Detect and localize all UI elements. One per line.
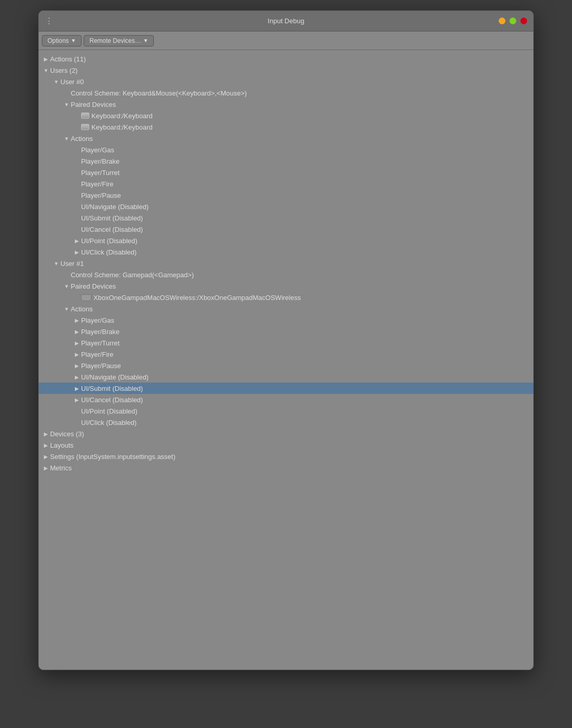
toggle-user0-turret[interactable]	[73, 168, 81, 177]
tree-item-users-root[interactable]: ▼Users (2)	[39, 65, 533, 76]
toggle-user0-click[interactable]: ▶	[73, 248, 81, 256]
tree-item-user0-cancel[interactable]: UI/Cancel (Disabled)	[39, 224, 533, 235]
label-user1-navigate: UI/Navigate (Disabled)	[81, 373, 149, 381]
toggle-user1-cancel[interactable]: ▶	[73, 395, 81, 404]
toggle-user1-paired[interactable]: ▼	[62, 282, 71, 290]
tree-item-actions-root[interactable]: ▶Actions (11)	[39, 53, 533, 65]
toggle-user0-brake[interactable]	[73, 157, 81, 165]
label-user1-pause: Player/Pause	[81, 362, 121, 370]
toggle-user1-submit[interactable]: ▶	[73, 384, 81, 392]
tree-item-user0-turret[interactable]: Player/Turret	[39, 167, 533, 178]
label-user1-gamepad: XboxOneGampadMacOSWireless:/XboxOneGampa…	[93, 294, 301, 302]
toggle-user0-gas[interactable]	[73, 146, 81, 154]
tree-item-user1-navigate[interactable]: ▶UI/Navigate (Disabled)	[39, 371, 533, 383]
label-metrics-root: Metrics	[50, 464, 72, 472]
label-user0-actions: Actions	[71, 135, 93, 143]
label-user1-paired: Paired Devices	[71, 282, 116, 290]
tree-item-user1-turret[interactable]: ▶Player/Turret	[39, 337, 533, 349]
tree-item-user0-navigate[interactable]: UI/Navigate (Disabled)	[39, 201, 533, 212]
tree-item-user0-keyboard2[interactable]: Keyboard:/Keyboard	[39, 121, 533, 133]
toggle-user1-gas[interactable]: ▶	[73, 316, 81, 324]
tree-item-user1-point[interactable]: UI/Point (Disabled)	[39, 405, 533, 417]
tree-item-user0-control[interactable]: Control Scheme: Keyboard&Mouse(<Keyboard…	[39, 87, 533, 99]
tree-item-user1-control[interactable]: Control Scheme: Gamepad(<Gamepad>)	[39, 269, 533, 280]
label-user0-keyboard1: Keyboard:/Keyboard	[91, 112, 153, 120]
label-user1-fire: Player/Fire	[81, 351, 114, 358]
minimize-button[interactable]	[499, 18, 505, 24]
toggle-users-root[interactable]: ▼	[42, 66, 50, 74]
toggle-user1-control[interactable]	[62, 271, 71, 279]
tree-item-user1-fire[interactable]: ▶Player/Fire	[39, 349, 533, 360]
tree-item-user1-click[interactable]: UI/Click (Disabled)	[39, 417, 533, 428]
tree-item-user0-gas[interactable]: Player/Gas	[39, 144, 533, 155]
toggle-user0-cancel[interactable]	[73, 225, 81, 233]
window-title: Input Debug	[268, 17, 305, 25]
close-button[interactable]	[520, 18, 527, 24]
options-button[interactable]: Options ▼	[42, 35, 82, 46]
toggle-user0-point[interactable]: ▶	[73, 236, 81, 245]
tree-item-user0-pause[interactable]: Player/Pause	[39, 189, 533, 201]
toggle-user1-pause[interactable]: ▶	[73, 361, 81, 370]
tree-item-user1-actions[interactable]: ▼Actions	[39, 303, 533, 314]
toggle-user1-navigate[interactable]: ▶	[73, 373, 81, 381]
toggle-devices-root[interactable]: ▶	[42, 430, 50, 438]
tree-item-user0-fire[interactable]: Player/Fire	[39, 178, 533, 189]
label-layouts-root: Layouts	[50, 441, 74, 449]
tree-item-user0-brake[interactable]: Player/Brake	[39, 155, 533, 167]
toggle-user0-keyboard1[interactable]	[73, 112, 81, 120]
tree-item-settings-root[interactable]: ▶Settings (InputSystem.inputsettings.ass…	[39, 451, 533, 462]
toggle-actions-root[interactable]: ▶	[42, 55, 50, 63]
label-settings-root: Settings (InputSystem.inputsettings.asse…	[50, 453, 176, 461]
toggle-user1-brake[interactable]: ▶	[73, 327, 81, 336]
tree-item-user1-gas[interactable]: ▶Player/Gas	[39, 314, 533, 326]
label-user1-brake: Player/Brake	[81, 328, 119, 336]
tree-item-devices-root[interactable]: ▶Devices (3)	[39, 428, 533, 439]
tree-item-user1-pause[interactable]: ▶Player/Pause	[39, 360, 533, 371]
gamepad-icon	[81, 294, 91, 301]
tree-item-user0[interactable]: ▼User #0	[39, 76, 533, 87]
toggle-metrics-root[interactable]: ▶	[42, 464, 50, 472]
tree-item-user0-keyboard1[interactable]: Keyboard:/Keyboard	[39, 110, 533, 121]
tree-item-user1-cancel[interactable]: ▶UI/Cancel (Disabled)	[39, 394, 533, 405]
toggle-user0-keyboard2[interactable]	[73, 123, 81, 131]
toggle-user1[interactable]: ▼	[52, 259, 60, 267]
window-menu-icon[interactable]: ⋮	[45, 16, 54, 26]
tree-item-user0-actions[interactable]: ▼Actions	[39, 133, 533, 144]
toggle-user0-fire[interactable]	[73, 180, 81, 188]
tree-item-user0-paired[interactable]: ▼Paired Devices	[39, 99, 533, 110]
toggle-user0-submit[interactable]	[73, 214, 81, 222]
tree-item-user1[interactable]: ▼User #1	[39, 258, 533, 269]
toggle-user1-gamepad[interactable]	[73, 293, 81, 302]
label-users-root: Users (2)	[50, 67, 77, 74]
tree-item-user0-point[interactable]: ▶UI/Point (Disabled)	[39, 235, 533, 246]
toggle-user1-point[interactable]	[73, 407, 81, 415]
toggle-user0-paired[interactable]: ▼	[62, 100, 71, 108]
toggle-user0-pause[interactable]	[73, 191, 81, 199]
toggle-user1-actions[interactable]: ▼	[62, 305, 71, 313]
toggle-user1-fire[interactable]: ▶	[73, 350, 81, 358]
tree-item-user1-paired[interactable]: ▼Paired Devices	[39, 280, 533, 292]
toggle-settings-root[interactable]: ▶	[42, 452, 50, 461]
remote-devices-button[interactable]: Remote Devices… ▼	[84, 35, 154, 46]
toggle-user1-click[interactable]	[73, 418, 81, 426]
toggle-user1-turret[interactable]: ▶	[73, 339, 81, 347]
maximize-button[interactable]	[510, 18, 516, 24]
tree-item-metrics-root[interactable]: ▶Metrics	[39, 462, 533, 473]
label-user1-cancel: UI/Cancel (Disabled)	[81, 396, 143, 404]
tree-item-layouts-root[interactable]: ▶Layouts	[39, 439, 533, 451]
toggle-user0-navigate[interactable]	[73, 202, 81, 211]
tree-item-user0-click[interactable]: ▶UI/Click (Disabled)	[39, 246, 533, 258]
toggle-layouts-root[interactable]: ▶	[42, 441, 50, 449]
label-user0: User #0	[60, 78, 84, 86]
label-user1-gas: Player/Gas	[81, 316, 114, 324]
toggle-user0-control[interactable]	[62, 89, 71, 97]
tree-item-user0-submit[interactable]: UI/Submit (Disabled)	[39, 212, 533, 224]
toggle-user0[interactable]: ▼	[52, 77, 60, 86]
label-user0-paired: Paired Devices	[71, 101, 116, 108]
label-user0-pause: Player/Pause	[81, 192, 121, 199]
label-user1-control: Control Scheme: Gamepad(<Gamepad>)	[71, 271, 194, 279]
tree-item-user1-submit[interactable]: ▶UI/Submit (Disabled)	[39, 383, 533, 394]
tree-item-user1-gamepad[interactable]: XboxOneGampadMacOSWireless:/XboxOneGampa…	[39, 292, 533, 303]
toggle-user0-actions[interactable]: ▼	[62, 134, 71, 143]
tree-item-user1-brake[interactable]: ▶Player/Brake	[39, 326, 533, 337]
